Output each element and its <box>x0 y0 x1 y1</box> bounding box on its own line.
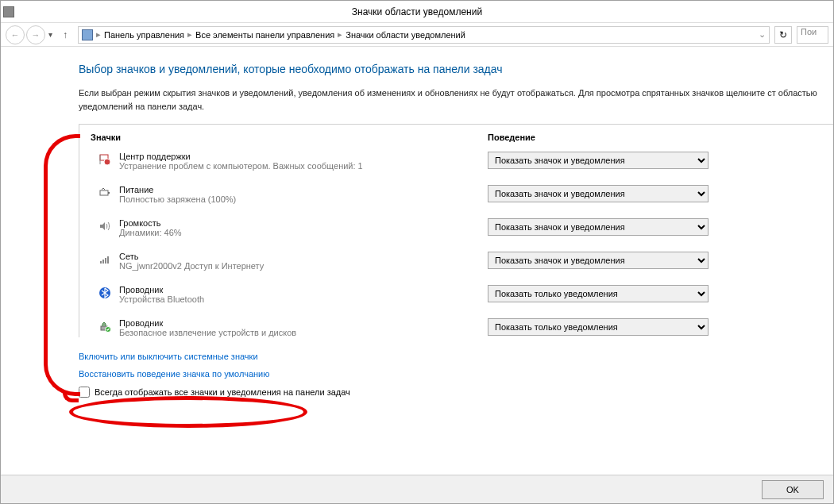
list-header: Значки Поведение <box>91 133 822 142</box>
svg-rect-5 <box>100 261 102 264</box>
list-row: ГромкостьДинамики: 46%Показать значок и … <box>91 218 822 237</box>
behavior-select[interactable]: Показать значок и уведомленияПоказать то… <box>488 185 709 202</box>
chevron-down-icon[interactable]: ⌄ <box>759 29 766 40</box>
list-row: ПроводникУстройства BluetoothПоказать зн… <box>91 285 822 304</box>
refresh-button[interactable]: ↻ <box>774 26 792 44</box>
behavior-select[interactable]: Показать значок и уведомленияПоказать то… <box>488 152 709 169</box>
always-show-label: Всегда отображать все значки и уведомлен… <box>95 387 350 397</box>
battery-icon <box>98 187 111 199</box>
behavior-select[interactable]: Показать значок и уведомленияПоказать то… <box>488 285 709 302</box>
item-name: Сеть <box>119 252 488 261</box>
svg-rect-6 <box>102 260 104 264</box>
network-icon <box>98 253 111 266</box>
item-name: Громкость <box>119 218 488 228</box>
svg-rect-8 <box>107 256 109 264</box>
chevron-right-icon: ▸ <box>187 29 192 40</box>
flag-icon <box>98 153 111 166</box>
item-name: Центр поддержки <box>119 152 488 161</box>
title-bar: Значки области уведомлений <box>1 1 833 23</box>
system-icon <box>3 6 14 17</box>
breadcrumb-root[interactable]: Панель управления <box>104 30 184 40</box>
back-button[interactable]: ← <box>6 25 25 44</box>
breadcrumb[interactable]: ▸ Панель управления ▸ Все элементы панел… <box>78 26 770 44</box>
icon-list: Значки Поведение Центр поддержкиУстранен… <box>79 124 833 337</box>
item-detail: Устранение проблем с компьютером. Важных… <box>119 161 488 171</box>
col-header-icons: Значки <box>91 133 488 142</box>
breadcrumb-mid[interactable]: Все элементы панели управления <box>195 30 334 40</box>
col-header-behavior: Поведение <box>488 133 822 142</box>
always-show-checkbox-row: Всегда отображать все значки и уведомлен… <box>79 387 833 398</box>
bluetooth-icon <box>98 287 111 299</box>
list-row: СетьNG_jwnr2000v2 Доступ к ИнтернетуПока… <box>91 252 822 271</box>
footer: OK <box>1 475 833 503</box>
restore-default-link[interactable]: Восстановить поведение значка по умолчан… <box>79 369 833 379</box>
history-dropdown-icon[interactable]: ▾ <box>48 30 52 39</box>
page-description: Если выбран режим скрытия значков и увед… <box>79 87 833 113</box>
always-show-checkbox[interactable] <box>79 387 90 398</box>
item-detail: Полностью заряжена (100%) <box>119 194 488 204</box>
list-row: ПроводникБезопасное извлечение устройств… <box>91 318 822 337</box>
volume-icon <box>98 220 111 233</box>
window: Значки области уведомлений ← → ▾ ↑ ▸ Пан… <box>0 0 834 504</box>
search-input[interactable]: Пои <box>797 26 828 44</box>
behavior-select[interactable]: Показать значок и уведомленияПоказать то… <box>488 252 709 269</box>
item-name: Проводник <box>119 318 488 328</box>
item-detail: Динамики: 46% <box>119 228 488 237</box>
list-row: Центр поддержкиУстранение проблем с комп… <box>91 152 822 171</box>
toggle-system-icons-link[interactable]: Включить или выключить системные значки <box>79 352 833 361</box>
svg-rect-4 <box>108 192 110 194</box>
item-name: Проводник <box>119 285 488 294</box>
ok-button[interactable]: OK <box>762 480 824 499</box>
svg-rect-7 <box>105 258 106 264</box>
svg-rect-3 <box>100 190 108 195</box>
control-panel-icon <box>82 29 93 40</box>
forward-button[interactable]: → <box>26 25 45 44</box>
chevron-right-icon: ▸ <box>96 29 101 40</box>
chevron-right-icon: ▸ <box>338 29 342 40</box>
behavior-select[interactable]: Показать значок и уведомленияПоказать то… <box>488 318 709 336</box>
content-area: Выбор значков и уведомлений, которые нео… <box>1 47 833 475</box>
eject-icon <box>98 320 111 333</box>
behavior-select[interactable]: Показать значок и уведомленияПоказать то… <box>488 218 709 236</box>
item-name: Питание <box>119 185 488 194</box>
item-detail: Устройства Bluetooth <box>119 294 488 304</box>
svg-point-1 <box>104 159 110 165</box>
rows-container: Центр поддержкиУстранение проблем с комп… <box>91 152 822 337</box>
breadcrumb-leaf[interactable]: Значки области уведомлений <box>346 30 465 40</box>
up-button[interactable]: ↑ <box>57 27 73 43</box>
window-title: Значки области уведомлений <box>352 6 482 17</box>
link-section: Включить или выключить системные значки … <box>79 352 833 379</box>
nav-bar: ← → ▾ ↑ ▸ Панель управления ▸ Все элемен… <box>1 23 833 47</box>
item-detail: NG_jwnr2000v2 Доступ к Интернету <box>119 261 488 271</box>
item-detail: Безопасное извлечение устройств и дисков <box>119 328 488 337</box>
list-row: ПитаниеПолностью заряжена (100%)Показать… <box>91 185 822 204</box>
page-title: Выбор значков и уведомлений, которые нео… <box>79 63 833 75</box>
